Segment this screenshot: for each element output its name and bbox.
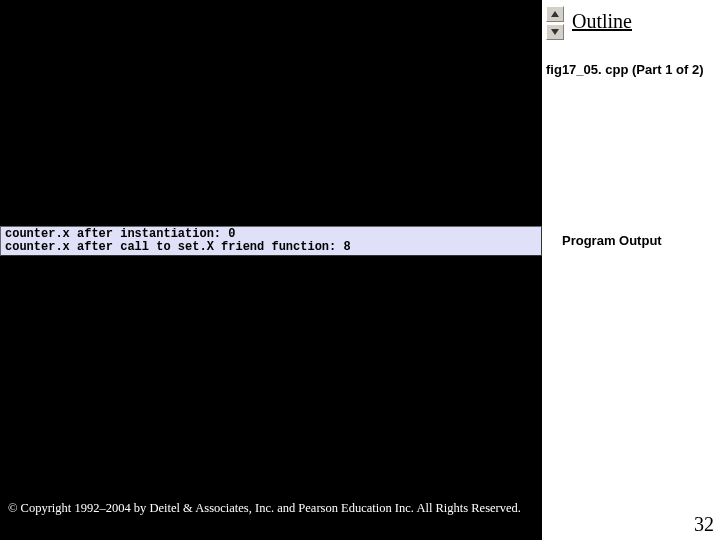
chevron-down-icon [551,29,559,35]
svg-marker-1 [551,29,559,35]
section-label: Program Output [562,233,716,248]
chevron-up-icon [551,11,559,17]
program-output-box: counter.x after instantiation: 0 counter… [0,226,542,256]
file-label: fig17_05. cpp (Part 1 of 2) [546,62,716,78]
page-number: 32 [694,513,714,536]
nav-down-button[interactable] [546,24,564,40]
nav-up-button[interactable] [546,6,564,22]
right-panel: Outline fig17_05. cpp (Part 1 of 2) Prog… [542,0,720,540]
copyright-text: © Copyright 1992–2004 by Deitel & Associ… [8,501,521,516]
nav-buttons [546,6,564,40]
output-line-2: counter.x after call to set.X friend fun… [5,240,351,254]
svg-marker-0 [551,11,559,17]
output-line-1: counter.x after instantiation: 0 [5,227,235,241]
outline-title: Outline [572,10,632,33]
